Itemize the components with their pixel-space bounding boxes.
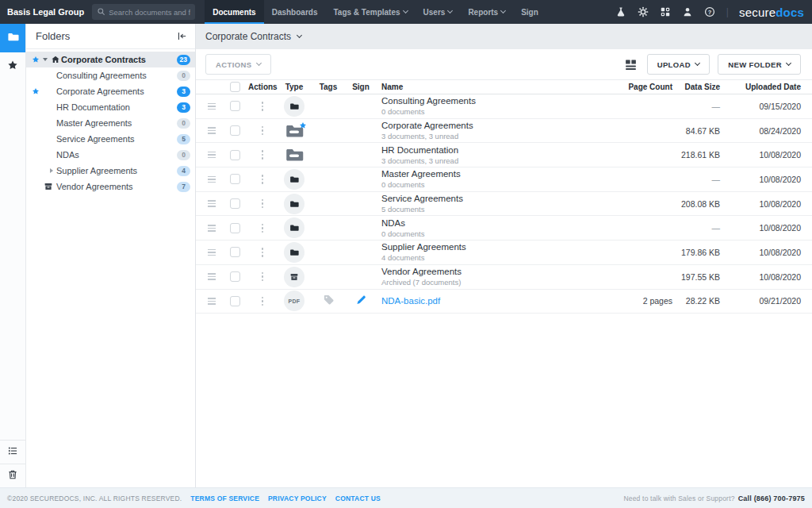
row-actions-menu-icon[interactable] [259, 245, 266, 260]
row-checkbox[interactable] [230, 150, 240, 160]
footer-link[interactable]: PRIVACY POLICY [268, 495, 327, 502]
folder-tree-item[interactable]: Supplier Agreements4 [26, 163, 195, 179]
row-actions-menu-icon[interactable] [259, 124, 266, 138]
folder-tree-item[interactable]: HR Documentation3 [26, 99, 195, 115]
row-actions-menu-icon[interactable] [259, 197, 266, 211]
nav-item-dashboards[interactable]: Dashboards [264, 0, 326, 24]
rail-trash-button[interactable] [0, 464, 25, 487]
breadcrumb[interactable]: Corporate Contracts [196, 24, 812, 49]
user-icon[interactable] [682, 6, 694, 18]
drag-handle-icon[interactable] [208, 225, 216, 232]
nav-item-tags-templates[interactable]: Tags & Templates [325, 0, 415, 24]
row-checkbox[interactable] [230, 198, 240, 209]
footer-link[interactable]: TERMS OF SERVICE [190, 495, 259, 502]
row-actions-menu-icon[interactable] [259, 221, 266, 236]
nav-item-label: Sign [521, 8, 538, 17]
gear-icon[interactable] [638, 6, 649, 18]
folder-name: Consulting Agreements [56, 71, 147, 80]
row-checkbox[interactable] [230, 101, 240, 111]
star-icon [31, 87, 40, 95]
row-name: Consulting Agreements [381, 96, 601, 106]
nav-item-documents[interactable]: Documents [205, 0, 263, 24]
caret-right-icon[interactable] [40, 168, 56, 173]
row-actions-menu-icon[interactable] [259, 99, 266, 114]
drag-handle-icon[interactable] [208, 152, 216, 159]
folder-tree-item[interactable]: Master Agreements0 [26, 115, 195, 131]
folders-panel: Folders Corporate Contracts23Consulting … [26, 24, 196, 487]
table-row: Consulting Agreements0 documents—09/15/2… [196, 94, 812, 119]
collapse-panel-icon[interactable] [177, 31, 187, 41]
left-icon-rail [0, 24, 26, 487]
apps-grid-icon[interactable] [660, 6, 672, 18]
actions-button[interactable]: ACTIONS [205, 54, 271, 75]
star-icon [31, 56, 40, 64]
nav-item-sign[interactable]: Sign [513, 0, 546, 24]
table-row: Corporate Agreements3 documents, 3 unrea… [196, 119, 812, 144]
global-search[interactable] [92, 4, 195, 20]
org-name: Basis Legal Group [0, 0, 92, 24]
drag-handle-icon[interactable] [208, 176, 216, 183]
row-checkbox[interactable] [230, 174, 240, 184]
caret-down-icon[interactable] [40, 58, 49, 61]
folder-tree-item[interactable]: Corporate Contracts23 [26, 52, 195, 67]
folder-name: Supplier Agreements [56, 166, 137, 175]
row-checkbox[interactable] [230, 296, 240, 306]
sign-pen-icon[interactable] [355, 294, 367, 309]
row-checkbox[interactable] [230, 223, 240, 233]
drag-handle-icon[interactable] [208, 273, 216, 280]
rail-audit-log-button[interactable] [0, 440, 25, 464]
lab-flask-icon[interactable] [615, 6, 627, 18]
app-window: Basis Legal Group DocumentsDashboardsTag… [0, 0, 812, 508]
row-uploaded-date: 09/21/2020 [720, 296, 801, 306]
row-subtitle: 0 documents [381, 107, 601, 116]
drag-handle-icon[interactable] [208, 200, 216, 207]
row-checkbox[interactable] [230, 271, 240, 282]
row-actions-menu-icon[interactable] [259, 294, 266, 309]
archive-icon [284, 267, 304, 287]
folder-tree-item[interactable]: Consulting Agreements0 [26, 67, 195, 83]
folders-panel-title: Folders [36, 30, 70, 42]
select-all-checkbox[interactable] [230, 82, 240, 92]
drag-handle-icon[interactable] [208, 249, 216, 256]
rail-starred-button[interactable] [0, 52, 25, 81]
drag-handle-icon[interactable] [208, 103, 216, 110]
column-header-actions: Actions [248, 83, 277, 91]
row-checkbox[interactable] [230, 247, 240, 257]
row-data-size: — [672, 223, 720, 233]
top-bar: Basis Legal Group DocumentsDashboardsTag… [0, 0, 812, 24]
help-icon[interactable]: ? [704, 6, 716, 18]
row-uploaded-date: 08/24/2020 [720, 126, 801, 136]
table-header-row: Actions Type Tags Sign Name Page Count D… [196, 79, 812, 94]
folder-tree-item[interactable]: NDAs0 [26, 147, 195, 163]
row-name: Vendor Agreements [381, 267, 601, 276]
chevron-down-icon [786, 60, 791, 66]
drag-handle-icon[interactable] [208, 298, 216, 305]
folder-tree-item[interactable]: Corporate Agreements3 [26, 83, 195, 99]
nav-item-reports[interactable]: Reports [460, 0, 513, 24]
rail-folders-button[interactable] [0, 24, 25, 52]
folder-name: Vendor Agreements [56, 182, 133, 191]
new-folder-button[interactable]: NEW FOLDER [718, 54, 801, 75]
archive-icon [40, 182, 56, 191]
row-checkbox[interactable] [230, 125, 240, 136]
nav-item-users[interactable]: Users [416, 0, 461, 24]
folder-count-badge: 0 [177, 118, 190, 129]
securedocs-logo: securedocs [739, 6, 804, 19]
drag-handle-icon[interactable] [208, 127, 216, 134]
folder-count-badge: 23 [177, 55, 190, 65]
home-icon [49, 55, 61, 64]
documents-table: Actions Type Tags Sign Name Page Count D… [196, 79, 812, 487]
column-header-tags: Tags [312, 83, 345, 91]
upload-button[interactable]: UPLOAD [647, 54, 710, 75]
table-row: NDAs0 documents—10/08/2020 [196, 216, 812, 241]
row-actions-menu-icon[interactable] [259, 148, 266, 162]
folder-icon [7, 31, 19, 46]
footer-link[interactable]: CONTACT US [335, 495, 381, 502]
search-input[interactable] [109, 8, 190, 17]
row-actions-menu-icon[interactable] [259, 270, 266, 284]
folder-tree-item[interactable]: Vendor Agreements7 [26, 179, 195, 194]
card-list-view-icon[interactable] [623, 56, 639, 72]
row-actions-menu-icon[interactable] [259, 172, 266, 187]
folder-tree-item[interactable]: Service Agreements5 [26, 131, 195, 147]
row-name[interactable]: NDA-basic.pdf [381, 296, 601, 306]
